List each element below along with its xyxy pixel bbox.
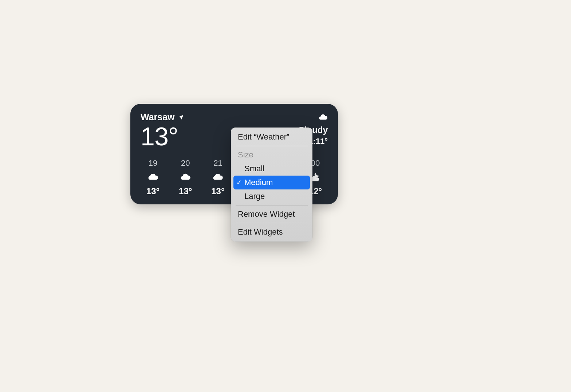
forecast-hour-label: 20 xyxy=(181,158,190,168)
forecast-hour: 19 13° xyxy=(142,158,164,196)
menu-remove-widget[interactable]: Remove Widget xyxy=(233,207,310,221)
menu-size-large[interactable]: Large xyxy=(233,189,310,203)
menu-size-small[interactable]: Small xyxy=(233,162,310,176)
menu-size-medium[interactable]: ✓ Medium xyxy=(233,176,310,189)
menu-separator xyxy=(236,146,308,146)
location-row: Warsaw xyxy=(141,113,184,122)
widget-left: Warsaw 13° xyxy=(141,113,184,149)
forecast-temperature: 13° xyxy=(146,186,160,196)
menu-edit-weather[interactable]: Edit “Weather” xyxy=(233,130,310,144)
forecast-hour: 21 13° xyxy=(207,158,229,196)
checkmark-icon: ✓ xyxy=(236,179,242,187)
location-name: Warsaw xyxy=(141,113,175,122)
cloud-icon xyxy=(147,172,158,183)
current-temperature: 13° xyxy=(141,124,184,149)
cloud-icon xyxy=(180,172,191,183)
menu-edit-widgets[interactable]: Edit Widgets xyxy=(233,225,310,239)
forecast-hour-label: 21 xyxy=(213,158,222,168)
forecast-hour-label: 19 xyxy=(149,158,157,168)
menu-separator xyxy=(236,223,308,223)
cloud-icon xyxy=(212,172,223,183)
cloud-icon xyxy=(318,113,328,124)
menu-size-medium-label: Medium xyxy=(244,178,273,187)
forecast-temperature: 13° xyxy=(211,186,224,196)
widget-context-menu: Edit “Weather” Size Small ✓ Medium Large… xyxy=(231,128,312,242)
forecast-hour: 20 13° xyxy=(174,158,196,196)
menu-separator xyxy=(236,205,308,205)
menu-size-header: Size xyxy=(233,148,310,162)
forecast-temperature: 13° xyxy=(179,186,192,196)
location-icon xyxy=(178,114,184,121)
